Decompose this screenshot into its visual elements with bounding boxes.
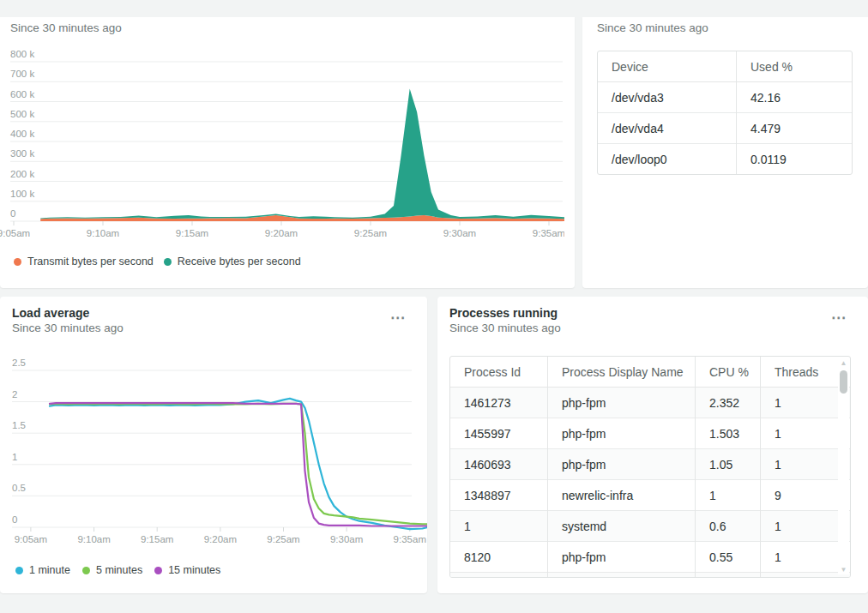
table-cell: 1	[450, 511, 548, 542]
svg-text:1.5: 1.5	[12, 420, 26, 430]
five-minutes-series-dot-icon	[82, 567, 90, 574]
table-row: /dev/loop00.0119	[598, 144, 852, 175]
svg-text:9:35am: 9:35am	[533, 228, 564, 238]
svg-text:100 k: 100 k	[10, 189, 34, 199]
legend-item-transmit[interactable]: Transmit bytes per second	[14, 255, 154, 267]
load-average-chart: 00.511.522.59:05am9:10am9:15am9:20am9:25…	[0, 345, 427, 552]
legend-label: Receive bytes per second	[178, 255, 301, 267]
svg-text:2: 2	[12, 389, 17, 400]
svg-text:200 k: 200 k	[10, 169, 34, 179]
table-cell: 42.16	[737, 82, 853, 113]
svg-text:700 k: 700 k	[10, 69, 34, 79]
svg-text:2.5: 2.5	[12, 358, 26, 368]
legend-label: 5 minutes	[96, 564, 142, 576]
svg-text:9:10am: 9:10am	[87, 228, 119, 238]
legend-item-1-minute[interactable]: 1 minute	[15, 564, 70, 576]
table-cell: 1.05	[696, 449, 761, 480]
table-cell: newrelic-infra	[548, 480, 696, 511]
column-header-used-[interactable]: Used %	[737, 51, 853, 82]
fifteen-minutes-series-dot-icon	[154, 567, 162, 574]
panel-title: Load average	[12, 305, 89, 321]
svg-text:1: 1	[12, 452, 17, 462]
legend-item-receive[interactable]: Receive bytes per second	[164, 255, 301, 267]
scroll-up-icon[interactable]: ▲	[841, 359, 847, 368]
load-average-panel: Load average Since 30 minutes ago ⋯ 00.5…	[0, 297, 427, 593]
table-cell: 1.503	[696, 418, 761, 449]
panel-subtitle: Since 30 minutes ago	[12, 321, 124, 336]
transmit-series-dot-icon	[14, 258, 21, 266]
table-row: 8120php-fpm0.551	[450, 542, 850, 573]
legend-item-15-minutes[interactable]: 15 minutes	[154, 564, 220, 576]
svg-text:0.5: 0.5	[12, 483, 26, 493]
svg-text:0: 0	[10, 208, 15, 219]
svg-text:300 k: 300 k	[10, 148, 34, 159]
svg-text:500 k: 500 k	[10, 109, 34, 119]
panel-subtitle: Since 30 minutes ago	[597, 21, 708, 36]
table-cell: 1460693	[450, 449, 548, 480]
panel-subtitle: Since 30 minutes ago	[449, 321, 561, 336]
table-cell: 1348897	[450, 480, 548, 511]
disk-usage-table: DeviceUsed %/dev/vda342.16/dev/vda44.479…	[598, 51, 852, 174]
svg-text:9:35am: 9:35am	[394, 534, 426, 544]
load-chart-legend: 1 minute 5 minutes 15 minutes	[15, 564, 220, 576]
table-row: /dev/vda342.16	[598, 82, 852, 113]
table-cell: /dev/loop0	[598, 144, 737, 175]
processes-table: Process IdProcess Display NameCPU %Threa…	[450, 357, 850, 578]
table-cell: 9	[761, 480, 851, 511]
column-header-device[interactable]: Device	[598, 51, 737, 82]
svg-text:9:15am: 9:15am	[141, 534, 173, 544]
legend-label: 15 minutes	[168, 564, 220, 576]
table-cell: php-fpm	[548, 449, 696, 480]
table-cell: 4.479	[737, 113, 853, 144]
legend-item-5-minutes[interactable]: 5 minutes	[82, 564, 142, 576]
svg-text:9:30am: 9:30am	[330, 534, 363, 544]
panel-menu-button[interactable]: ⋯	[831, 312, 847, 324]
table-cell: 1	[761, 542, 851, 573]
network-chart-legend: Transmit bytes per second Receive bytes …	[14, 255, 301, 267]
one-minute-series-dot-icon	[15, 567, 23, 574]
table-cell: php-fpm	[548, 542, 696, 573]
panel-menu-button[interactable]: ⋯	[390, 312, 406, 324]
scroll-down-icon[interactable]: ▼	[841, 566, 847, 574]
table-cell: 0.6	[696, 511, 761, 542]
panel-title: Processes running	[449, 305, 558, 321]
network-traffic-panel: Since 30 minutes ago 0100 k200 k300 k400…	[0, 17, 575, 288]
legend-label: Transmit bytes per second	[27, 255, 154, 267]
svg-text:9:25am: 9:25am	[354, 228, 387, 238]
svg-text:600 k: 600 k	[10, 89, 34, 99]
svg-text:9:10am: 9:10am	[77, 534, 110, 544]
table-cell: 1455997	[450, 418, 548, 449]
scrollbar-thumb[interactable]	[840, 370, 847, 394]
table-cell: systemd	[548, 511, 696, 542]
table-cell: 1	[761, 388, 851, 418]
network-chart: 0100 k200 k300 k400 k500 k600 k700 k800 …	[0, 45, 564, 247]
table-row: 1460693php-fpm1.051	[450, 449, 850, 480]
table-row-partial	[450, 573, 850, 579]
table-cell: 1	[761, 418, 851, 449]
table-cell: php-fpm	[548, 388, 696, 418]
table-cell: 0.0119	[737, 144, 853, 175]
table-row: 1461273php-fpm2.3521	[450, 388, 850, 418]
table-cell: 8120	[450, 542, 548, 573]
table-row: 1348897newrelic-infra19	[450, 480, 850, 511]
table-row: 1systemd0.61	[450, 511, 850, 542]
svg-text:9:20am: 9:20am	[265, 228, 298, 238]
svg-text:9:30am: 9:30am	[443, 228, 476, 238]
column-header-process-id[interactable]: Process Id	[450, 357, 548, 388]
table-scrollbar[interactable]: ▲ ▼	[838, 359, 849, 574]
svg-text:400 k: 400 k	[10, 129, 34, 139]
processes-table-container: Process IdProcess Display NameCPU %Threa…	[449, 356, 851, 578]
table-cell: 0.55	[696, 542, 761, 573]
svg-text:9:25am: 9:25am	[267, 534, 299, 544]
table-cell: 1461273	[450, 388, 548, 418]
svg-text:0: 0	[12, 514, 17, 525]
table-cell: 1	[696, 480, 761, 511]
svg-text:9:15am: 9:15am	[176, 228, 208, 238]
table-row: 1455997php-fpm1.5031	[450, 418, 850, 449]
column-header-process-display-name[interactable]: Process Display Name	[548, 357, 696, 388]
column-header-threads[interactable]: Threads	[761, 357, 851, 388]
receive-series-dot-icon	[164, 258, 172, 266]
legend-label: 1 minute	[29, 564, 70, 576]
disk-usage-panel: Since 30 minutes ago DeviceUsed %/dev/vd…	[582, 17, 868, 288]
column-header-cpu-[interactable]: CPU %	[696, 357, 761, 388]
